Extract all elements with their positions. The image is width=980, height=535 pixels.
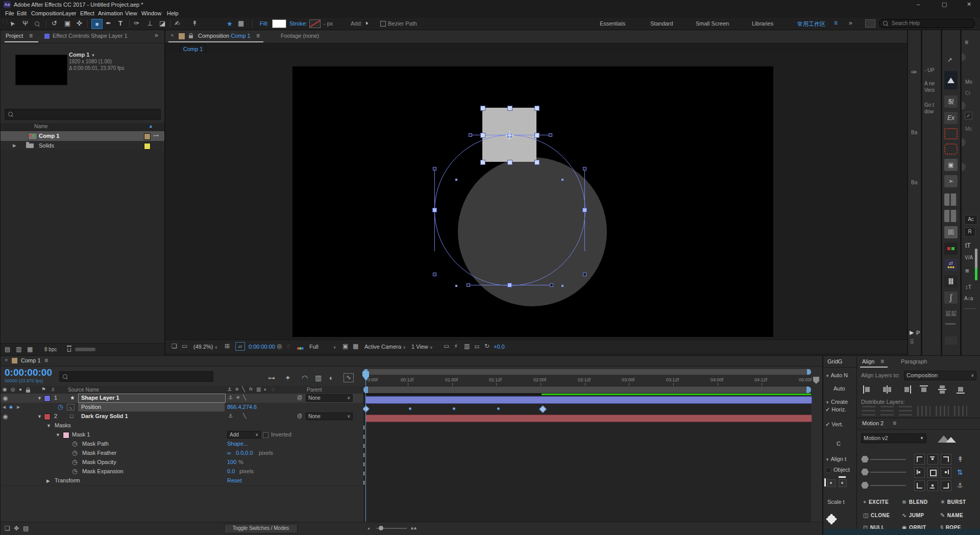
work-area-end-handle[interactable]	[806, 386, 811, 393]
clone-button[interactable]: ◫CLONE	[863, 512, 890, 519]
clone-stamp-tool-icon[interactable]: ⊥	[147, 20, 153, 27]
menu-window[interactable]: Window	[141, 10, 161, 16]
zoom-in-icon[interactable]: ▲▲	[410, 525, 416, 530]
twirl-icon[interactable]: ▼	[56, 432, 60, 437]
slider-track[interactable]	[870, 459, 906, 460]
switch-fxstar-icon[interactable]: ✳	[236, 395, 240, 400]
switch-anchor-icon[interactable]: ⚓	[228, 395, 233, 400]
layer-bar-shape[interactable]	[365, 396, 812, 404]
layer-name[interactable]: Shape Layer 1	[81, 395, 119, 401]
property-name[interactable]: Mask Feather	[82, 450, 116, 456]
menu-file[interactable]: File	[5, 10, 14, 16]
selection-handle[interactable]	[507, 160, 512, 165]
property-row-position[interactable]: ◀ ◆ ▶ ◷ ∿ Position 866.4,274.6	[1, 403, 363, 412]
comp-viewer[interactable]	[165, 53, 907, 339]
magnification-dropdown[interactable]: (49.2%) ∨	[193, 344, 217, 350]
curve-tile[interactable]: ʃ	[944, 291, 958, 304]
reset-exposure-icon[interactable]: ↻	[484, 343, 489, 349]
fill-swatch[interactable]	[272, 19, 286, 28]
source-name-column[interactable]: Source Name	[68, 387, 99, 393]
parent-column[interactable]: Parent	[307, 387, 322, 393]
help-search-input[interactable]	[891, 20, 972, 27]
camera-tile[interactable]: ▣	[944, 159, 958, 171]
motion-preset-dropdown[interactable]: Motion v2 ▼	[861, 433, 926, 443]
comp-marker-bin-icon[interactable]	[813, 377, 819, 384]
timeline-panel-menu-icon[interactable]: ≡	[44, 357, 48, 363]
playhead-marker[interactable]	[362, 376, 370, 381]
scrollbar-track[interactable]	[975, 249, 977, 280]
stroke-width-label[interactable]: - px	[324, 20, 333, 27]
region-of-interest-icon[interactable]: ▣	[342, 343, 348, 349]
show-snapshot-icon[interactable]: ◌	[287, 343, 290, 349]
mask-vertex-left[interactable]	[432, 208, 437, 212]
stroke-swatch[interactable]	[309, 19, 321, 28]
trash-icon[interactable]: ⊔	[67, 346, 71, 353]
mask-expansion-value[interactable]: 0.0	[227, 468, 235, 474]
excite-button[interactable]: +EXCITE	[863, 499, 889, 505]
stopwatch-icon[interactable]: ◷	[58, 404, 63, 410]
menu-composition[interactable]: Composition	[31, 10, 62, 16]
align-panel-menu-icon[interactable]: ≡	[880, 358, 884, 364]
menu-animation[interactable]: Animation	[98, 10, 123, 16]
grid-guides-icon[interactable]: ⊞	[225, 343, 230, 349]
auto-button[interactable]: Auto	[834, 385, 845, 392]
gridguide-tab[interactable]: GridG	[827, 358, 842, 364]
parent-dropdown[interactable]: None ∨	[306, 412, 353, 420]
create-group[interactable]: ▼ Create	[825, 399, 848, 405]
burst-button[interactable]: ✳BURST	[940, 499, 966, 505]
add-shape-icon[interactable]: ◑	[364, 20, 368, 26]
rotate-tool-icon[interactable]: ↺	[52, 20, 57, 27]
navigator-end-handle[interactable]	[807, 369, 811, 375]
mask-path-dot[interactable]	[455, 285, 457, 287]
baseline-shift-icon[interactable]: A↕a	[964, 296, 973, 301]
zoom-out-icon[interactable]: ▲	[367, 526, 371, 530]
knob-half[interactable]	[962, 163, 966, 171]
mask-name[interactable]: Mask 1	[72, 431, 90, 437]
graph-editor-icon[interactable]: ∿	[344, 373, 354, 382]
red-dotted-square-tile[interactable]	[944, 128, 958, 139]
keyframe-dot[interactable]	[453, 407, 455, 410]
exposure-value[interactable]: +0.0	[494, 344, 505, 350]
pen-tool-icon[interactable]: ✒	[106, 20, 111, 27]
strip-bottom-tile[interactable]	[945, 336, 957, 345]
mask-vertex-bottom[interactable]	[507, 283, 512, 287]
time-ruler[interactable]: 0:00f 00:12f 01:00f 01:12f 02:00f 02:12f…	[363, 376, 811, 386]
slider-track[interactable]	[870, 472, 906, 473]
toggle-switches-modes-button[interactable]: Toggle Switches / Modes	[224, 524, 298, 533]
filmstrip-tile[interactable]	[944, 242, 958, 255]
mask-opacity-value[interactable]: 100	[227, 459, 236, 465]
workspace-essentials[interactable]: Essentials	[600, 20, 625, 27]
timeline-search-input[interactable]	[72, 373, 210, 379]
transform-reset[interactable]: Reset	[227, 477, 242, 483]
anchor-grid-top-center[interactable]	[927, 454, 938, 465]
inverted-label[interactable]: Inverted	[271, 431, 291, 437]
workspace-libraries[interactable]: Libraries	[752, 20, 773, 27]
primary-viewer-icon[interactable]: ▭	[182, 343, 187, 349]
sync-settings-icon[interactable]	[865, 19, 875, 28]
comp-name-chevron-icon[interactable]: ▼	[91, 53, 95, 58]
selection-handle[interactable]	[534, 160, 540, 165]
anchor-grid-mid-left[interactable]	[914, 467, 925, 478]
project-comp-name[interactable]: Comp 1 ▼	[69, 52, 95, 58]
mask-path-dot[interactable]	[561, 285, 564, 287]
anchor-grid-bottom-right[interactable]	[941, 480, 951, 491]
preview-play-icon[interactable]: ▶	[910, 329, 914, 336]
inverted-checkbox[interactable]	[263, 432, 268, 438]
bars-tile[interactable]: Ⅲ	[944, 275, 958, 287]
align-right-button[interactable]	[899, 384, 912, 395]
fill-label[interactable]: Fill:	[260, 20, 268, 27]
folder-expand-icon[interactable]: ▶	[13, 143, 16, 148]
next-keyframe-icon[interactable]: ▶	[17, 405, 20, 409]
menu-view[interactable]: View	[125, 10, 137, 16]
scrollbar-thumb[interactable]	[975, 268, 977, 280]
stopwatch-icon[interactable]: ◷	[72, 441, 77, 447]
tangent-handle[interactable]	[550, 283, 553, 287]
brush-tool-icon[interactable]: ✑	[134, 20, 139, 27]
anchor-grid-bottom-center[interactable]	[927, 480, 938, 491]
new-comp-icon[interactable]: ▦	[27, 346, 33, 352]
feather-link-icon[interactable]: ∞	[227, 450, 231, 456]
tangent-handle[interactable]	[583, 273, 586, 276]
knob-half[interactable]	[962, 53, 966, 61]
selection-handle[interactable]	[480, 106, 485, 111]
tab-footage[interactable]: Footage (none)	[281, 33, 319, 39]
